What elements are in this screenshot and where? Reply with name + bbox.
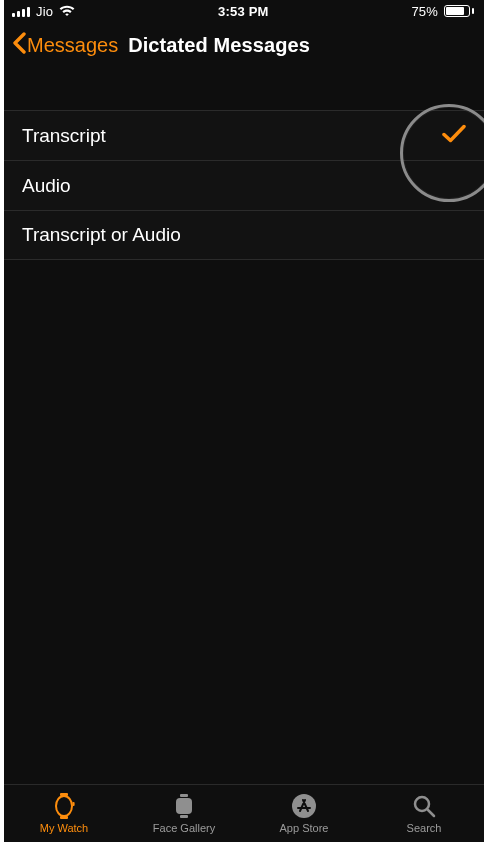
status-bar: Jio 3:53 PM 75% [4, 0, 484, 22]
wifi-icon [59, 5, 75, 17]
svg-point-7 [292, 794, 316, 818]
battery-icon [444, 5, 474, 17]
tab-bar: My Watch Face Gallery App Store [4, 784, 484, 842]
section-spacer [4, 68, 484, 110]
status-left: Jio [12, 4, 75, 19]
row-label: Audio [22, 175, 71, 197]
back-label: Messages [27, 34, 118, 57]
options-list: Transcript Audio Transcript or Audio [4, 110, 484, 260]
chevron-left-icon [12, 32, 26, 59]
row-transcript[interactable]: Transcript [4, 110, 484, 160]
row-audio[interactable]: Audio [4, 160, 484, 210]
signal-bars-icon [12, 5, 30, 17]
svg-point-8 [415, 797, 429, 811]
svg-rect-3 [72, 802, 74, 806]
back-button[interactable]: Messages [10, 28, 120, 63]
status-time: 3:53 PM [218, 4, 269, 19]
tab-label: Face Gallery [153, 822, 215, 834]
svg-rect-5 [180, 794, 188, 797]
app-store-icon [291, 793, 317, 819]
watch-icon [53, 793, 75, 819]
search-icon [411, 793, 437, 819]
tab-search[interactable]: Search [364, 785, 484, 842]
tab-label: App Store [280, 822, 329, 834]
row-label: Transcript [22, 125, 106, 147]
svg-rect-1 [60, 793, 68, 796]
nav-bar: Messages Dictated Messages [4, 22, 484, 68]
tab-app-store[interactable]: App Store [244, 785, 364, 842]
tab-label: Search [407, 822, 442, 834]
svg-point-0 [56, 796, 72, 816]
svg-rect-2 [60, 816, 68, 819]
checkmark-icon [442, 123, 466, 148]
svg-rect-4 [176, 798, 192, 814]
status-right: 75% [411, 4, 474, 19]
tab-face-gallery[interactable]: Face Gallery [124, 785, 244, 842]
carrier-label: Jio [36, 4, 53, 19]
tab-label: My Watch [40, 822, 89, 834]
tab-my-watch[interactable]: My Watch [4, 785, 124, 842]
battery-fill [446, 7, 464, 15]
face-gallery-icon [172, 793, 196, 819]
app-screen: Jio 3:53 PM 75% [4, 0, 484, 842]
svg-rect-6 [180, 815, 188, 818]
row-transcript-or-audio[interactable]: Transcript or Audio [4, 210, 484, 260]
page-title: Dictated Messages [128, 34, 310, 57]
row-label: Transcript or Audio [22, 224, 181, 246]
battery-percent: 75% [411, 4, 438, 19]
